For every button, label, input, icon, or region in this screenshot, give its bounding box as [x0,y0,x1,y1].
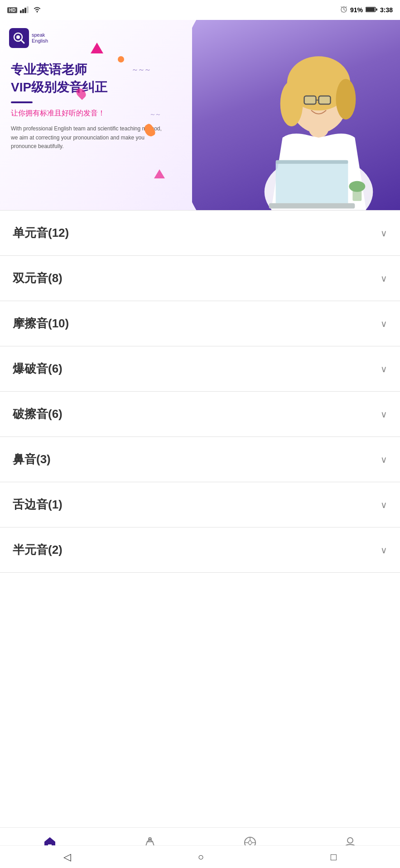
logo-text: speak English [32,32,48,44]
wifi-icon [33,6,42,14]
chevron-icon-1: ∨ [381,273,387,284]
status-bar: HD [0,0,400,20]
chevron-icon-5: ∨ [381,454,387,465]
svg-rect-3 [27,6,29,13]
svg-rect-22 [276,160,348,206]
svg-point-11 [16,35,20,39]
banner: speak English ～～～ ～～ [0,20,400,210]
deco-triangle-2 [154,169,165,178]
accordion-item-7[interactable]: 半元音(2) ∨ [0,528,400,573]
svg-point-18 [336,79,356,120]
chevron-icon-6: ∨ [381,499,387,510]
logo-icon [9,28,29,48]
alarm-icon [340,6,347,14]
banner-photo-area [192,20,400,210]
svg-rect-20 [318,96,330,104]
sys-recent-btn[interactable]: □ [331,851,337,863]
svg-rect-0 [20,10,22,13]
accordion-label-7: 半元音(2) [13,542,63,558]
chevron-icon-4: ∨ [381,409,387,420]
sys-home-btn[interactable]: ○ [198,851,204,863]
accordion-label-4: 破擦音(6) [13,406,63,422]
svg-point-4 [37,11,38,12]
accordion-label-3: 爆破音(6) [13,361,63,377]
svg-line-12 [21,40,24,43]
accordion-item-4[interactable]: 破擦音(6) ∨ [0,392,400,437]
battery-icon [366,6,377,14]
accordion-label-6: 舌边音(1) [13,497,63,513]
accordion-label-5: 鼻音(3) [13,451,51,467]
svg-rect-9 [376,8,377,10]
accordion-item-3[interactable]: 爆破音(6) ∨ [0,346,400,392]
svg-rect-8 [366,8,375,11]
chevron-icon-7: ∨ [381,545,387,556]
accordion-item-2[interactable]: 摩擦音(10) ∨ [0,301,400,346]
deco-dot-orange [118,56,124,62]
svg-point-17 [280,81,303,126]
svg-rect-1 [22,9,24,13]
accordion-label-0: 单元音(12) [13,225,69,241]
svg-rect-2 [24,8,26,13]
banner-subtitle: 让你拥有标准且好听的发音！ [11,109,165,118]
svg-point-34 [347,838,353,843]
status-right: 91% 3:38 [340,6,393,14]
deco-wave-1: ～～～ [131,65,150,75]
banner-divider [11,101,33,103]
accordion-label-1: 双元音(8) [13,270,63,286]
chevron-icon-0: ∨ [381,228,387,239]
accordion-item-1[interactable]: 双元音(8) ∨ [0,256,400,301]
deco-triangle-1 [91,43,103,53]
accordion-item-5[interactable]: 鼻音(3) ∨ [0,437,400,482]
svg-rect-23 [276,160,348,164]
svg-rect-19 [304,96,316,104]
svg-rect-24 [269,203,355,209]
time-display: 3:38 [380,6,393,14]
sys-back-btn[interactable]: ◁ [63,851,71,863]
accordion-label-2: 摩擦音(10) [13,316,69,331]
accordion-item-6[interactable]: 舌边音(1) ∨ [0,482,400,528]
accordion-list: 单元音(12) ∨ 双元音(8) ∨ 摩擦音(10) ∨ 爆破音(6) ∨ 破擦… [0,210,400,573]
svg-point-26 [349,181,365,192]
accordion-item-0[interactable]: 单元音(12) ∨ [0,210,400,256]
banner-description: With professional English team and scien… [11,125,165,151]
hd-badge: HD [7,7,17,13]
sys-nav: ◁ ○ □ [0,845,400,868]
chevron-icon-2: ∨ [381,318,387,329]
deco-wave-2: ～～ [149,110,160,119]
chevron-icon-3: ∨ [381,364,387,374]
app-logo: speak English [9,28,48,48]
signal-strength [20,6,30,14]
svg-point-29 [248,841,252,844]
battery-percent: 91% [350,6,363,14]
status-left: HD [7,6,42,14]
